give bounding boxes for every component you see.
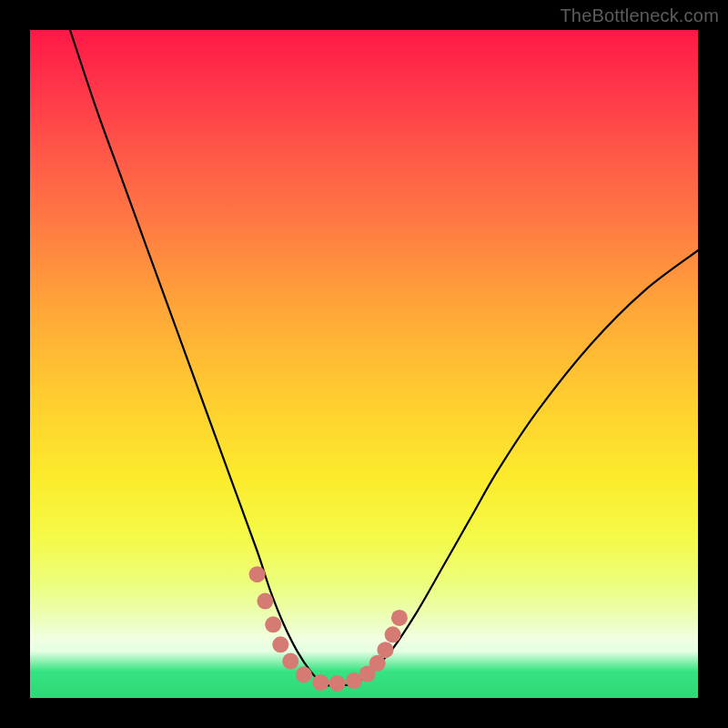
watermark-text: TheBottleneck.com: [560, 5, 719, 26]
chart-frame: TheBottleneck.com: [0, 0, 728, 728]
curve-line: [70, 30, 698, 685]
marker-dot: [391, 610, 408, 626]
marker-dot: [265, 616, 281, 632]
marker-dot: [272, 636, 288, 652]
marker-dot: [378, 642, 394, 658]
chart-svg: [30, 30, 698, 698]
marker-dot: [385, 626, 401, 642]
highlight-markers: [249, 566, 408, 692]
marker-dot: [329, 675, 346, 692]
marker-dot: [296, 666, 312, 682]
marker-dot: [249, 566, 266, 582]
marker-dot: [282, 653, 298, 670]
marker-dot: [257, 593, 273, 610]
marker-dot: [312, 674, 329, 691]
